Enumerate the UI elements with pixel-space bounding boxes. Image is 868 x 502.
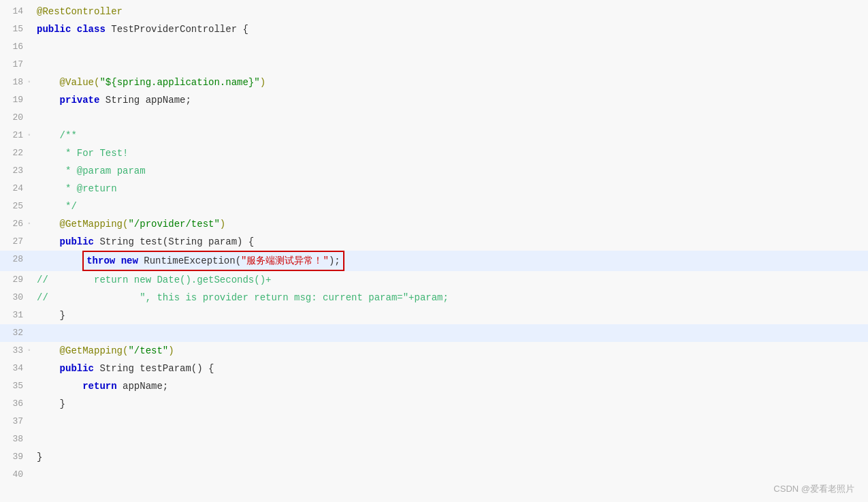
line-num-14: 14 [0, 3, 34, 20]
line-num-37: 37 [0, 413, 34, 430]
code-line-17: 17 [0, 56, 868, 74]
code-line-40: 40 [0, 466, 868, 484]
line-num-36: 36 [0, 395, 34, 413]
line-content-23: * @param param [34, 162, 868, 180]
code-line-16: 16 [0, 38, 868, 56]
line-num-19: 19 [0, 91, 34, 109]
code-line-35: 35 return appName; [0, 377, 868, 395]
code-line-36: 36 } [0, 395, 868, 413]
line-content-39: } [34, 448, 868, 466]
code-line-15: 15 public class TestProviderController { [0, 20, 868, 38]
line-num-40: 40 [0, 466, 34, 484]
code-line-38: 38 [0, 430, 868, 448]
code-lines: 14 @RestController 15 public class TestP… [0, 0, 868, 486]
code-line-14: 14 @RestController [0, 3, 868, 20]
line-content-36: } [34, 395, 868, 413]
line-num-20: 20 [0, 109, 34, 127]
line-num-23: 23 [0, 162, 34, 180]
code-viewer: 14 @RestController 15 public class TestP… [0, 0, 868, 502]
code-line-26: 26◦ @GetMapping("/provider/test") [0, 215, 868, 233]
line-content-29: // return new Date().getSeconds()+ [34, 271, 868, 289]
line-content-31: } [34, 307, 868, 324]
line-num-31: 31 [0, 307, 34, 324]
code-line-31: 31 } [0, 307, 868, 324]
line-content-35: return appName; [34, 377, 868, 395]
line-num-15: 15 [0, 20, 34, 38]
line-num-21: 21◦ [0, 127, 34, 144]
line-num-30: 30 [0, 289, 34, 307]
line-content-15: public class TestProviderController { [34, 20, 868, 38]
code-line-32: 32 [0, 324, 868, 342]
line-content-26: @GetMapping("/provider/test") [34, 215, 868, 233]
line-content-14: @RestController [34, 3, 868, 20]
line-num-17: 17 [0, 56, 34, 74]
code-line-21: 21◦ /** [0, 127, 868, 144]
line-content-18: @Value("${spring.application.name}") [34, 74, 868, 91]
line-num-18: 18◦ [0, 74, 34, 91]
code-line-22: 22 * For Test! [0, 144, 868, 162]
line-content-19: private String appName; [34, 91, 868, 109]
line-num-29: 29 [0, 271, 34, 289]
code-line-28: 28 throw new RuntimeException("服务端测试异常！"… [0, 251, 868, 271]
line-content-34: public String testParam() { [34, 360, 868, 377]
code-line-19: 19 private String appName; [0, 91, 868, 109]
code-line-18: 18◦ @Value("${spring.application.name}") [0, 74, 868, 91]
code-line-30: 30 // ", this is provider return msg: cu… [0, 289, 868, 307]
line-num-26: 26◦ [0, 215, 34, 233]
line-content-24: * @return [34, 180, 868, 198]
line-content-22: * For Test! [34, 144, 868, 162]
code-line-20: 20 [0, 109, 868, 127]
line-num-38: 38 [0, 430, 34, 448]
line-content-28: throw new RuntimeException("服务端测试异常！"); [34, 251, 868, 271]
line-num-39: 39 [0, 448, 34, 466]
line-content-30: // ", this is provider return msg: curre… [34, 289, 868, 307]
line-num-25: 25 [0, 198, 34, 215]
code-line-39: 39 } [0, 448, 868, 466]
code-line-34: 34 public String testParam() { [0, 360, 868, 377]
code-line-37: 37 [0, 413, 868, 430]
line-num-28: 28 [0, 251, 34, 268]
code-line-23: 23 * @param param [0, 162, 868, 180]
code-line-24: 24 * @return [0, 180, 868, 198]
line-num-32: 32 [0, 324, 34, 342]
line-num-33: 33◦ [0, 342, 34, 360]
line-content-27: public String test(String param) { [34, 233, 868, 251]
line-num-16: 16 [0, 38, 34, 56]
line-content-21: /** [34, 127, 868, 144]
watermark: CSDN @爱看老照片 [773, 483, 854, 495]
line-num-24: 24 [0, 180, 34, 198]
code-line-33: 33◦ @GetMapping("/test") [0, 342, 868, 360]
line-num-35: 35 [0, 377, 34, 395]
line-content-33: @GetMapping("/test") [34, 342, 868, 360]
code-line-29: 29 // return new Date().getSeconds()+ [0, 271, 868, 289]
code-line-25: 25 */ [0, 198, 868, 215]
line-content-25: */ [34, 198, 868, 215]
line-num-22: 22 [0, 144, 34, 162]
line-num-27: 27 [0, 233, 34, 251]
code-line-27: 27 public String test(String param) { [0, 233, 868, 251]
line-num-34: 34 [0, 360, 34, 377]
